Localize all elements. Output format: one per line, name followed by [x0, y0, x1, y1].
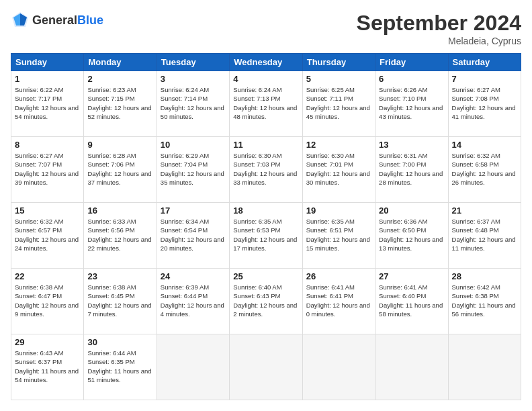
calendar-cell: 2 Sunrise: 6:23 AMSunset: 7:15 PMDayligh…	[84, 71, 157, 137]
day-number: 24	[161, 271, 226, 281]
weekday-header-sunday: Sunday	[11, 54, 84, 71]
calendar-cell: 6 Sunrise: 6:26 AMSunset: 7:10 PMDayligh…	[375, 71, 448, 137]
calendar-cell	[375, 334, 448, 400]
location-subtitle: Meladeia, Cyprus	[357, 36, 521, 46]
weekday-header-tuesday: Tuesday	[157, 54, 229, 71]
calendar-cell: 5 Sunrise: 6:25 AMSunset: 7:11 PMDayligh…	[302, 71, 375, 137]
day-number: 15	[15, 205, 80, 216]
day-number: 4	[233, 74, 298, 84]
day-number: 5	[306, 74, 371, 84]
day-info: Sunrise: 6:35 AMSunset: 6:53 PMDaylight:…	[233, 218, 297, 252]
calendar-cell: 27 Sunrise: 6:41 AMSunset: 6:40 PMDaylig…	[375, 269, 448, 334]
calendar-cell: 19 Sunrise: 6:35 AMSunset: 6:51 PMDaylig…	[302, 203, 375, 269]
calendar-cell: 24 Sunrise: 6:39 AMSunset: 6:44 PMDaylig…	[157, 269, 229, 334]
day-info: Sunrise: 6:39 AMSunset: 6:44 PMDaylight:…	[161, 283, 224, 318]
day-info: Sunrise: 6:43 AMSunset: 6:37 PMDaylight:…	[15, 349, 79, 383]
calendar-cell: 17 Sunrise: 6:34 AMSunset: 6:54 PMDaylig…	[157, 203, 229, 269]
day-info: Sunrise: 6:38 AMSunset: 6:47 PMDaylight:…	[15, 283, 79, 318]
day-info: Sunrise: 6:30 AMSunset: 7:01 PMDaylight:…	[306, 152, 370, 186]
day-info: Sunrise: 6:25 AMSunset: 7:11 PMDaylight:…	[306, 86, 370, 120]
day-number: 13	[379, 140, 444, 150]
day-number: 20	[379, 205, 444, 216]
weekday-header-wednesday: Wednesday	[230, 54, 302, 71]
day-info: Sunrise: 6:31 AMSunset: 7:00 PMDaylight:…	[379, 152, 443, 186]
calendar-cell: 23 Sunrise: 6:38 AMSunset: 6:45 PMDaylig…	[84, 269, 157, 334]
page-title: September 2024	[357, 11, 521, 36]
day-number: 10	[161, 140, 226, 150]
day-number: 25	[233, 271, 298, 281]
day-number: 18	[233, 205, 298, 216]
logo: GeneralBlue	[11, 11, 103, 30]
day-info: Sunrise: 6:24 AMSunset: 7:13 PMDaylight:…	[233, 86, 297, 120]
calendar-cell: 7 Sunrise: 6:27 AMSunset: 7:08 PMDayligh…	[448, 71, 521, 137]
day-info: Sunrise: 6:32 AMSunset: 6:58 PMDaylight:…	[452, 152, 516, 186]
calendar-week-4: 29 Sunrise: 6:43 AMSunset: 6:37 PMDaylig…	[11, 334, 521, 400]
day-number: 19	[306, 205, 371, 216]
logo-general: General	[32, 13, 77, 27]
day-number: 17	[161, 205, 226, 216]
day-number: 16	[87, 205, 152, 216]
title-block: September 2024 Meladeia, Cyprus	[357, 11, 521, 46]
header: GeneralBlue September 2024 Meladeia, Cyp…	[11, 11, 521, 46]
day-info: Sunrise: 6:42 AMSunset: 6:38 PMDaylight:…	[452, 283, 516, 318]
day-info: Sunrise: 6:32 AMSunset: 6:57 PMDaylight:…	[15, 218, 79, 252]
calendar-cell: 28 Sunrise: 6:42 AMSunset: 6:38 PMDaylig…	[448, 269, 521, 334]
calendar-table: SundayMondayTuesdayWednesdayThursdayFrid…	[11, 53, 521, 400]
calendar-cell: 12 Sunrise: 6:30 AMSunset: 7:01 PMDaylig…	[302, 137, 375, 203]
day-number: 6	[379, 74, 444, 84]
day-number: 30	[87, 337, 152, 347]
day-info: Sunrise: 6:37 AMSunset: 6:48 PMDaylight:…	[452, 218, 516, 252]
logo-text: GeneralBlue	[32, 13, 103, 28]
calendar-cell: 15 Sunrise: 6:32 AMSunset: 6:57 PMDaylig…	[11, 203, 84, 269]
calendar-cell: 26 Sunrise: 6:41 AMSunset: 6:41 PMDaylig…	[302, 269, 375, 334]
day-info: Sunrise: 6:41 AMSunset: 6:40 PMDaylight:…	[379, 283, 443, 318]
calendar-cell: 22 Sunrise: 6:38 AMSunset: 6:47 PMDaylig…	[11, 269, 84, 334]
day-info: Sunrise: 6:23 AMSunset: 7:15 PMDaylight:…	[87, 86, 151, 120]
day-info: Sunrise: 6:44 AMSunset: 6:35 PMDaylight:…	[87, 349, 151, 383]
day-number: 7	[452, 74, 517, 84]
day-number: 9	[87, 140, 152, 150]
day-info: Sunrise: 6:28 AMSunset: 7:06 PMDaylight:…	[87, 152, 151, 186]
calendar-cell: 18 Sunrise: 6:35 AMSunset: 6:53 PMDaylig…	[230, 203, 302, 269]
logo-icon	[11, 11, 30, 30]
calendar-cell: 9 Sunrise: 6:28 AMSunset: 7:06 PMDayligh…	[84, 137, 157, 203]
calendar-cell: 21 Sunrise: 6:37 AMSunset: 6:48 PMDaylig…	[448, 203, 521, 269]
day-number: 14	[452, 140, 517, 150]
weekday-header-friday: Friday	[375, 54, 448, 71]
day-info: Sunrise: 6:41 AMSunset: 6:41 PMDaylight:…	[306, 283, 370, 318]
calendar-cell: 3 Sunrise: 6:24 AMSunset: 7:14 PMDayligh…	[157, 71, 229, 137]
day-info: Sunrise: 6:30 AMSunset: 7:03 PMDaylight:…	[233, 152, 297, 186]
day-info: Sunrise: 6:34 AMSunset: 6:54 PMDaylight:…	[161, 218, 224, 252]
day-number: 12	[306, 140, 371, 150]
calendar-cell: 14 Sunrise: 6:32 AMSunset: 6:58 PMDaylig…	[448, 137, 521, 203]
weekday-header-thursday: Thursday	[302, 54, 375, 71]
calendar-week-3: 22 Sunrise: 6:38 AMSunset: 6:47 PMDaylig…	[11, 269, 521, 334]
page: GeneralBlue September 2024 Meladeia, Cyp…	[0, 0, 532, 411]
day-info: Sunrise: 6:27 AMSunset: 7:07 PMDaylight:…	[15, 152, 79, 186]
calendar-cell	[230, 334, 302, 400]
calendar-week-1: 8 Sunrise: 6:27 AMSunset: 7:07 PMDayligh…	[11, 137, 521, 203]
day-number: 22	[15, 271, 80, 281]
day-info: Sunrise: 6:26 AMSunset: 7:10 PMDaylight:…	[379, 86, 443, 120]
calendar-cell	[448, 334, 521, 400]
day-number: 27	[379, 271, 444, 281]
calendar-cell	[302, 334, 375, 400]
day-info: Sunrise: 6:22 AMSunset: 7:17 PMDaylight:…	[15, 86, 79, 120]
calendar-week-2: 15 Sunrise: 6:32 AMSunset: 6:57 PMDaylig…	[11, 203, 521, 269]
day-info: Sunrise: 6:40 AMSunset: 6:43 PMDaylight:…	[233, 283, 297, 318]
calendar-cell: 25 Sunrise: 6:40 AMSunset: 6:43 PMDaylig…	[230, 269, 302, 334]
day-info: Sunrise: 6:33 AMSunset: 6:56 PMDaylight:…	[87, 218, 151, 252]
day-info: Sunrise: 6:38 AMSunset: 6:45 PMDaylight:…	[87, 283, 151, 318]
calendar-cell: 8 Sunrise: 6:27 AMSunset: 7:07 PMDayligh…	[11, 137, 84, 203]
day-number: 11	[233, 140, 298, 150]
calendar-header-row: SundayMondayTuesdayWednesdayThursdayFrid…	[11, 54, 521, 71]
calendar-cell: 4 Sunrise: 6:24 AMSunset: 7:13 PMDayligh…	[230, 71, 302, 137]
calendar-cell: 20 Sunrise: 6:36 AMSunset: 6:50 PMDaylig…	[375, 203, 448, 269]
day-info: Sunrise: 6:27 AMSunset: 7:08 PMDaylight:…	[452, 86, 516, 120]
day-info: Sunrise: 6:36 AMSunset: 6:50 PMDaylight:…	[379, 218, 443, 252]
calendar-cell: 30 Sunrise: 6:44 AMSunset: 6:35 PMDaylig…	[84, 334, 157, 400]
calendar-cell	[157, 334, 229, 400]
day-number: 3	[161, 74, 226, 84]
weekday-header-monday: Monday	[84, 54, 157, 71]
calendar-cell: 13 Sunrise: 6:31 AMSunset: 7:00 PMDaylig…	[375, 137, 448, 203]
